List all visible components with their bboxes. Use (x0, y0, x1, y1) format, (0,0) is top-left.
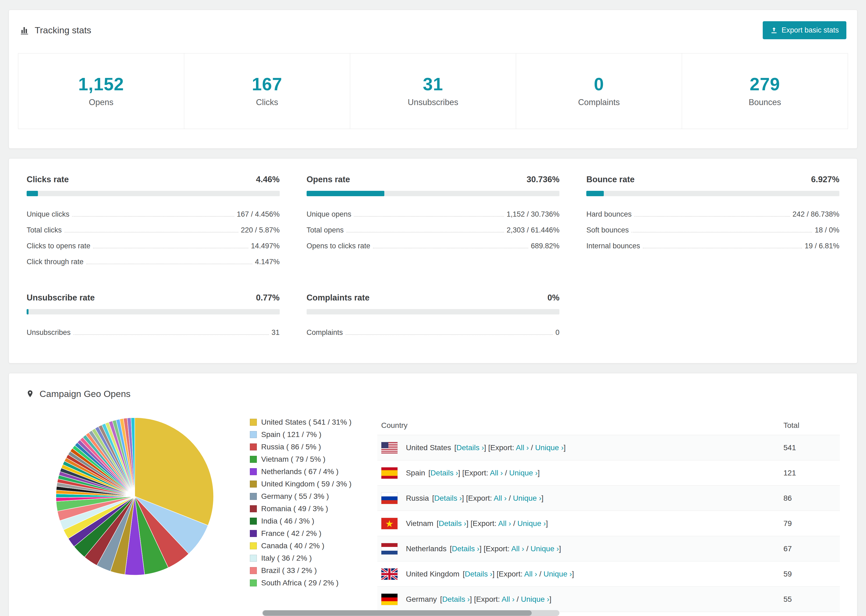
export-all-link[interactable]: All › (524, 570, 537, 578)
dotted-leader (93, 248, 248, 248)
rate-stat-value: 18 / 0% (815, 226, 839, 234)
flag-de-icon (381, 593, 398, 605)
rate-stat-label: Complaints (307, 328, 343, 337)
dotted-leader (354, 216, 504, 217)
export-unique-link[interactable]: Unique › (531, 545, 559, 553)
rate-head: Unsubscribe rate0.77% (27, 293, 280, 303)
rate-section-bounce-rate: Bounce rate6.927%Hard bounces242 / 86.73… (586, 175, 839, 270)
export-unique-link[interactable]: Unique › (543, 570, 572, 578)
rate-section-clicks-rate: Clicks rate4.46%Unique clicks167 / 4.456… (27, 175, 280, 270)
rate-progress-bar (307, 309, 560, 314)
rate-percentage: 30.736% (527, 175, 559, 184)
legend-swatch (250, 419, 257, 426)
legend-label: Italy ( 36 / 2% ) (261, 554, 312, 563)
rates-card: Clicks rate4.46%Unique clicks167 / 4.456… (9, 158, 857, 363)
country-links: [Details ›] [Export: All › / Unique ›] (428, 469, 540, 477)
legend-label: Spain ( 121 / 7% ) (261, 430, 321, 439)
bar-chart-icon (20, 25, 29, 35)
legend-item-france: France ( 42 / 2% ) (250, 529, 351, 538)
country-links: [Details ›] [Export: All › / Unique ›] (454, 443, 565, 452)
details-link[interactable]: Details › (435, 494, 462, 502)
export-all-link[interactable]: All › (498, 519, 511, 528)
country-name: United States (406, 443, 451, 452)
geo-table-row-russia: Russia[Details ›] [Export: All › / Uniqu… (377, 486, 840, 511)
legend-item-spain: Spain ( 121 / 7% ) (250, 430, 351, 439)
country-name: Russia (406, 494, 429, 503)
geo-opens-title: Campaign Geo Opens (26, 388, 840, 399)
export-unique-link[interactable]: Unique › (535, 443, 564, 452)
geo-table-row-united-states: United States[Details ›] [Export: All › … (377, 435, 840, 460)
geo-row-total: 121 (783, 469, 840, 477)
rate-rows: Hard bounces242 / 86.738%Soft bounces18 … (586, 206, 839, 254)
export-all-link[interactable]: All › (511, 545, 524, 553)
geo-row-country: Netherlands[Details ›] [Export: All › / … (377, 543, 783, 555)
stat-box-opens: 1,152Opens (18, 53, 184, 129)
export-all-link[interactable]: All › (494, 494, 507, 502)
export-unique-link[interactable]: Unique › (509, 469, 538, 477)
geo-pie-legend: United States ( 541 / 31% )Spain ( 121 /… (250, 418, 351, 591)
rate-progress-bar (307, 191, 560, 196)
rate-percentage: 0.77% (256, 293, 280, 303)
stat-value-unsubscribes: 31 (350, 74, 516, 94)
rate-progress-fill (307, 191, 384, 196)
legend-label: France ( 42 / 2% ) (261, 529, 321, 538)
details-link[interactable]: Details › (431, 469, 458, 477)
legend-swatch (250, 567, 257, 574)
rate-stat-value: 31 (272, 328, 280, 337)
export-all-link[interactable]: All › (516, 443, 529, 452)
geo-row-total: 59 (783, 570, 840, 578)
horizontal-scrollbar-thumb[interactable] (263, 610, 532, 616)
geo-row-total: 86 (783, 494, 840, 503)
horizontal-scrollbar-track[interactable] (262, 610, 559, 616)
rate-title: Opens rate (307, 175, 350, 184)
export-all-link[interactable]: All › (490, 469, 503, 477)
details-link[interactable]: Details › (457, 443, 484, 452)
export-unique-link[interactable]: Unique › (518, 519, 546, 528)
legend-item-canada: Canada ( 40 / 2% ) (250, 542, 351, 550)
legend-swatch (250, 468, 257, 475)
geo-row-total: 541 (783, 443, 840, 452)
stat-box-bounces: 279Bounces (682, 53, 848, 129)
details-link[interactable]: Details › (465, 570, 493, 578)
stat-label-complaints: Complaints (516, 97, 682, 107)
geo-row-total: 55 (783, 595, 840, 603)
country-links: [Details ›] [Export: All › / Unique ›] (440, 595, 551, 603)
rate-stat-row-unique-opens: Unique opens1,152 / 30.736% (307, 206, 560, 222)
stat-value-opens: 1,152 (18, 74, 184, 94)
rate-stat-value: 14.497% (251, 242, 280, 250)
rate-stat-label: Unsubscribes (27, 328, 71, 337)
geo-table-row-germany: Germany[Details ›] [Export: All › / Uniq… (377, 587, 840, 612)
rate-title: Unsubscribe rate (27, 293, 94, 303)
details-link[interactable]: Details › (439, 519, 466, 528)
details-link[interactable]: Details › (442, 595, 470, 603)
legend-item-vietnam: Vietnam ( 79 / 5% ) (250, 455, 351, 464)
export-unique-link[interactable]: Unique › (513, 494, 542, 502)
export-unique-link[interactable]: Unique › (521, 595, 550, 603)
legend-swatch (250, 443, 257, 451)
details-link[interactable]: Details › (452, 545, 480, 553)
flag-es-icon (381, 467, 398, 479)
legend-swatch (250, 580, 257, 586)
legend-item-germany: Germany ( 55 / 3% ) (250, 492, 351, 501)
rate-stat-label: Click through rate (27, 258, 83, 266)
rate-title: Clicks rate (27, 175, 69, 184)
stat-value-bounces: 279 (682, 74, 848, 94)
dotted-leader (631, 232, 812, 233)
dotted-leader (643, 248, 802, 248)
export-all-link[interactable]: All › (502, 595, 515, 603)
geo-pie-chart (54, 416, 216, 577)
stat-label-clicks: Clicks (184, 97, 350, 107)
legend-item-united-states: United States ( 541 / 31% ) (250, 418, 351, 426)
legend-swatch (250, 456, 257, 463)
rate-stat-row-click-through-rate: Click through rate4.147% (27, 254, 280, 270)
rate-head: Clicks rate4.46% (27, 175, 280, 184)
rate-head: Complaints rate0% (307, 293, 560, 303)
total-column-header: Total (783, 421, 840, 430)
export-basic-stats-label: Export basic stats (781, 26, 839, 35)
country-links: [Details ›] [Export: All › / Unique ›] (436, 519, 548, 528)
legend-label: Brazil ( 33 / 2% ) (261, 566, 317, 575)
export-basic-stats-button[interactable]: Export basic stats (763, 21, 846, 39)
rate-rows: Unique opens1,152 / 30.736%Total opens2,… (307, 206, 560, 254)
legend-swatch (250, 505, 257, 512)
dotted-leader (373, 248, 528, 248)
